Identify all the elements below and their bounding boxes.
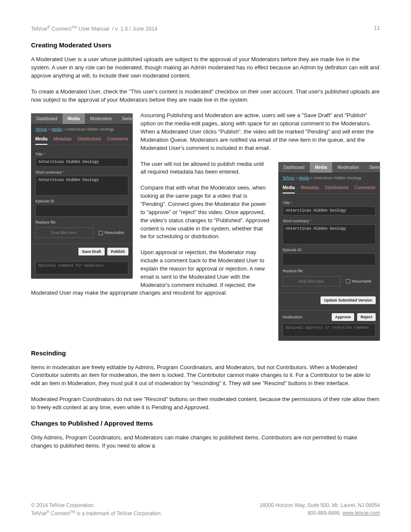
paragraph: A Moderated User is a user whose publish… <box>31 56 380 80</box>
button-row: Save Draft Publish <box>31 244 133 259</box>
contact: 800-885-8886. www.telvue.com <box>260 509 380 517</box>
moderation-row: Moderation: Approve Reject <box>278 310 380 321</box>
publish-button[interactable]: Publish <box>107 248 128 255</box>
nav-tab-dashboard[interactable]: Dashboard <box>31 113 62 124</box>
nav-tab-dashboard[interactable]: Dashboard <box>278 162 310 173</box>
dropzone[interactable]: Drop files here. <box>35 227 93 238</box>
crumb-link[interactable]: Media <box>299 176 309 180</box>
save-draft-button[interactable]: Save Draft <box>78 248 105 255</box>
nav-tab-series[interactable]: Series <box>364 162 386 173</box>
nav-tab-moderation[interactable]: Moderation <box>85 113 117 124</box>
heading-creating-moderated-users: Creating Moderated Users <box>31 41 380 49</box>
crumb-link[interactable]: Media <box>51 127 62 131</box>
resumable-checkbox[interactable]: Resumable <box>99 230 125 235</box>
trademark-notice: TelVue® ConnectTM is a trademark of TelV… <box>31 509 162 517</box>
website-link[interactable]: www.telvue.com <box>342 510 380 516</box>
resumable-checkbox[interactable]: Resumable <box>346 279 372 284</box>
summary-field[interactable]: Antarcticas Hidden Geology <box>283 224 376 244</box>
subtab-metadata[interactable]: Metadata <box>53 137 72 145</box>
heading-rescinding: Rescinding <box>31 349 380 357</box>
crumb-link[interactable]: TelVue <box>283 176 294 180</box>
copyright: © 2014 TelVue Corporation. <box>31 501 162 509</box>
address: 16000 Horizon Way, Suite 500, Mt. Laurel… <box>260 501 380 509</box>
crumb-current: Antarcticas Hidden Geology <box>313 176 361 180</box>
crumb-link[interactable]: TelVue <box>35 127 47 131</box>
moderator-comment-input[interactable]: Optional comment for moderator <box>35 261 128 274</box>
summary-label: Short summary <box>35 170 128 174</box>
title-field[interactable]: Antarcticas Hidden Geology <box>35 158 128 167</box>
episode-label: Episode ID <box>283 248 376 252</box>
header-title: TelVue® ConnectTM User Manual / v. 1.6 /… <box>31 25 158 32</box>
page-number: 11 <box>374 25 380 32</box>
mock-form: Title Antarcticas Hidden Geology Short s… <box>31 145 133 241</box>
breadcrumb: TelVue » Media » Antarcticas Hidden Geol… <box>278 173 380 183</box>
nav-tab-series[interactable]: Series <box>117 113 139 124</box>
nav-tab-moderation[interactable]: Moderation <box>332 162 364 173</box>
summary-label: Short summary <box>283 219 376 223</box>
heading-changes-published: Changes to Published / Approved Items <box>31 420 380 427</box>
title-field[interactable]: Antarcticas Hidden Geology <box>283 206 376 215</box>
episode-field[interactable] <box>35 205 128 217</box>
nav-tab-media[interactable]: Media <box>62 113 85 124</box>
subtab-distributions[interactable]: Distributions <box>325 185 349 193</box>
mock-subnav: Media Metadata Distributions Comments <box>278 183 380 194</box>
subtab-comments[interactable]: Comments <box>107 137 128 145</box>
subtab-media[interactable]: Media <box>283 185 295 193</box>
subtab-metadata[interactable]: Metadata <box>301 185 319 193</box>
nav-tab-media[interactable]: Media <box>310 162 332 173</box>
paragraph: Moderated Program Coordinators do not se… <box>31 395 380 412</box>
moderation-label: Moderation: <box>283 315 303 319</box>
episode-field[interactable] <box>283 253 376 265</box>
screenshot-moderator-view: Dashboard Media Moderation Series TelVue… <box>278 162 380 341</box>
update-submitted-button[interactable]: Update Submitted Version <box>321 296 376 304</box>
page-header: TelVue® ConnectTM User Manual / v. 1.6 /… <box>31 25 380 32</box>
replace-file-label: Replace file <box>35 220 128 224</box>
mock-subnav: Media Metadata Distributions Comments <box>31 134 133 145</box>
page-footer: © 2014 TelVue Corporation. TelVue® Conne… <box>31 501 380 517</box>
episode-label: Episode ID <box>35 199 128 203</box>
subtab-comments[interactable]: Comments <box>355 185 375 193</box>
summary-field[interactable]: Antarcticas Hidden Geology <box>35 176 128 196</box>
subtab-distributions[interactable]: Distributions <box>78 137 101 145</box>
mock-navbar: Dashboard Media Moderation Series <box>278 162 380 173</box>
reject-button[interactable]: Reject <box>357 313 376 321</box>
screenshot-user-view: Dashboard Media Moderation Series TelVue… <box>31 113 133 279</box>
paragraph: Only Admins, Program Coordinators, and M… <box>31 434 380 450</box>
dropzone[interactable]: Drop files here. <box>283 276 340 286</box>
mock-navbar: Dashboard Media Moderation Series <box>31 113 133 124</box>
title-label: Title <box>35 152 128 156</box>
subtab-media[interactable]: Media <box>35 137 47 145</box>
button-row: Update Submitted Version <box>278 292 380 308</box>
moderation-comment-input[interactable]: Optional approval or rejection comment <box>283 324 376 336</box>
paragraph: Items in moderation are freely editable … <box>31 364 380 388</box>
replace-file-label: Replace file <box>283 269 376 273</box>
title-label: Title <box>283 201 376 205</box>
approve-button[interactable]: Approve <box>332 313 355 321</box>
mock-form: Title Antarcticas Hidden Geology Short s… <box>278 194 380 290</box>
paragraph: To create a Moderated User, check the "T… <box>31 88 380 104</box>
document-page: TelVue® ConnectTM User Manual / v. 1.6 /… <box>0 0 411 532</box>
breadcrumb: TelVue » Media » Antarcticas Hidden Geol… <box>31 124 133 134</box>
crumb-current: Antarcticas Hidden Geology <box>66 127 114 131</box>
